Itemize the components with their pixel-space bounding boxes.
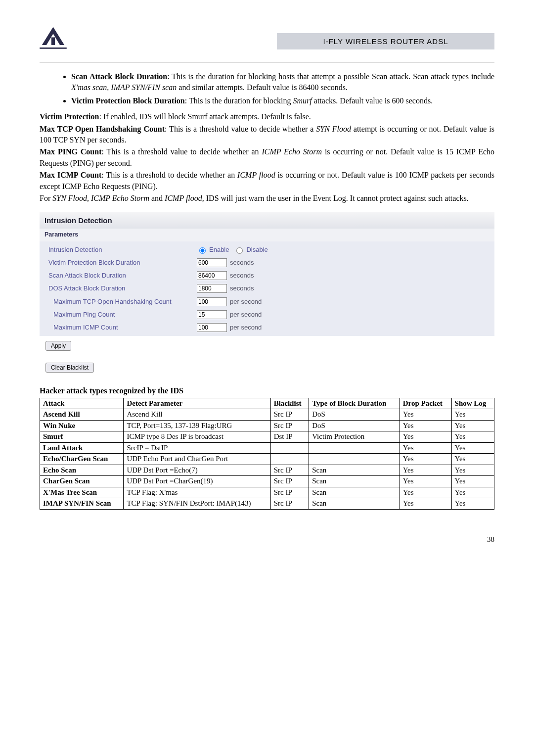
- param-row: Maximum ICMP Count per second: [40, 321, 494, 334]
- panel-title: Intrusion Detection: [40, 212, 494, 229]
- table-cell: Yes: [400, 465, 451, 476]
- para-italic: ICMP Echo Storm: [91, 194, 149, 202]
- bullet-bold: Victim Protection Block Duration: [71, 96, 185, 105]
- table-cell: Yes: [451, 465, 494, 476]
- para-text: : This is a threshold value to decide wh…: [101, 147, 262, 156]
- scan-duration-input[interactable]: [197, 271, 227, 280]
- table-cell: Dst IP: [270, 431, 309, 443]
- para-text: : This is a threshold to decide whether …: [101, 171, 237, 179]
- button-row: Clear Blacklist: [40, 361, 494, 378]
- para-italic: ICMP flood: [237, 171, 275, 179]
- param-label: Scan Attack Block Duration: [48, 271, 197, 280]
- page-header-title: I-FLY WIRELESS ROUTER ADSL: [277, 33, 494, 49]
- th-block: Type of Block Duration: [309, 398, 400, 409]
- page-number: 38: [40, 534, 494, 545]
- table-row: Echo/CharGen ScanUDP Echo Port and CharG…: [40, 454, 494, 465]
- table-cell: TCP Flag: SYN/FIN DstPort: IMAP(143): [124, 498, 270, 510]
- table-cell: Yes: [400, 498, 451, 510]
- th-attack: Attack: [40, 398, 124, 409]
- unit-label: per second: [230, 297, 262, 306]
- tcp-count-input[interactable]: [197, 297, 227, 306]
- param-label: DOS Attack Block Duration: [48, 284, 197, 293]
- table-cell: Src IP: [270, 476, 309, 487]
- para-text: ,: [87, 194, 91, 202]
- table-cell: UDP Dst Port =Echo(7): [124, 465, 270, 476]
- icmp-count-input[interactable]: [197, 323, 227, 332]
- para-italic: SYN Flood: [316, 125, 351, 133]
- table-row: SmurfICMP type 8 Des IP is broadcastDst …: [40, 431, 494, 443]
- table-cell: Src IP: [270, 498, 309, 510]
- dos-duration-input[interactable]: [197, 284, 227, 293]
- table-cell: Yes: [400, 476, 451, 487]
- paragraph: Max TCP Open Handshaking Count: This is …: [40, 124, 494, 146]
- table-cell: Yes: [400, 487, 451, 498]
- config-panel: Intrusion Detection Parameters Intrusion…: [40, 212, 494, 378]
- table-cell: Yes: [451, 409, 494, 421]
- para-text: : This is a threshold value to decide wh…: [165, 125, 316, 133]
- table-cell: Yes: [451, 431, 494, 443]
- table-cell: Src IP: [270, 465, 309, 476]
- table-cell: Smurf: [40, 431, 124, 443]
- param-label: Maximum TCP Open Handshaking Count: [53, 297, 197, 306]
- table-cell: UDP Echo Port and CharGen Port: [124, 454, 270, 465]
- table-row: IMAP SYN/FIN ScanTCP Flag: SYN/FIN DstPo…: [40, 498, 494, 510]
- paragraph: Max ICMP Count: This is a threshold to d…: [40, 170, 494, 192]
- para-bold: Victim Protection: [40, 112, 99, 121]
- table-cell: Yes: [451, 487, 494, 498]
- para-italic: ICMP flood: [165, 194, 202, 202]
- para-text: For: [40, 194, 52, 202]
- table-cell: Victim Protection: [309, 431, 400, 443]
- table-row: Win NukeTCP, Port=135, 137-139 Flag:URGS…: [40, 420, 494, 431]
- enable-radio[interactable]: [199, 247, 206, 254]
- table-cell: [270, 454, 309, 465]
- param-row: Scan Attack Block Duration seconds: [40, 269, 494, 282]
- table-cell: Src IP: [270, 420, 309, 431]
- unit-label: per second: [230, 310, 262, 319]
- table-cell: Src IP: [270, 409, 309, 421]
- radio-label: Enable: [209, 245, 229, 254]
- svg-rect-0: [51, 37, 55, 45]
- param-row: Maximum Ping Count per second: [40, 308, 494, 321]
- panel-body: Intrusion Detection Enable Disable Victi…: [40, 241, 494, 336]
- disable-radio[interactable]: [236, 247, 243, 254]
- param-row: DOS Attack Block Duration seconds: [40, 282, 494, 295]
- table-cell: [309, 454, 400, 465]
- bullet-italic: Smurf: [293, 96, 312, 105]
- ping-count-input[interactable]: [197, 310, 227, 319]
- table-cell: Scan: [309, 498, 400, 510]
- table-cell: Src IP: [270, 487, 309, 498]
- victim-duration-input[interactable]: [197, 258, 227, 267]
- param-row-intrusion: Intrusion Detection Enable Disable: [40, 243, 494, 256]
- table-cell: [270, 442, 309, 454]
- para-bold: Max TCP Open Handshaking Count: [40, 125, 165, 133]
- para-text: and: [149, 194, 165, 202]
- unit-label: seconds: [230, 271, 254, 280]
- para-text: , IDS will just warn the user in the Eve…: [202, 194, 469, 202]
- table-cell: IMAP SYN/FIN Scan: [40, 498, 124, 510]
- table-cell: Win Nuke: [40, 420, 124, 431]
- param-label: Maximum Ping Count: [53, 310, 197, 319]
- para-bold: Max PING Count: [40, 147, 101, 156]
- table-cell: Yes: [451, 454, 494, 465]
- bullet-list: Scan Attack Block Duration: This is the …: [40, 71, 494, 106]
- table-cell: Ascend Kill: [124, 409, 270, 421]
- table-cell: TCP Flag: X'mas: [124, 487, 270, 498]
- apply-button[interactable]: Apply: [45, 341, 71, 351]
- table-cell: Yes: [451, 442, 494, 454]
- table-cell: Yes: [400, 442, 451, 454]
- table-cell: Ascend Kill: [40, 409, 124, 421]
- unit-label: per second: [230, 323, 262, 332]
- table-cell: Echo/CharGen Scan: [40, 454, 124, 465]
- bullet-bold: Scan Attack Block Duration: [71, 72, 167, 81]
- clear-blacklist-button[interactable]: Clear Blacklist: [45, 363, 94, 373]
- bullet-text: and similar attempts. Default value is 8…: [177, 83, 348, 92]
- table-cell: Echo Scan: [40, 465, 124, 476]
- table-cell: Scan: [309, 465, 400, 476]
- param-label: Maximum ICMP Count: [53, 323, 197, 332]
- paragraph: Victim Protection: If enabled, IDS will …: [40, 111, 494, 122]
- table-cell: Yes: [400, 454, 451, 465]
- table-row: X'Mas Tree ScanTCP Flag: X'masSrc IPScan…: [40, 487, 494, 498]
- bullet-item: Scan Attack Block Duration: This is the …: [71, 71, 494, 94]
- table-cell: SrcIP = DstIP: [124, 442, 270, 454]
- th-detect: Detect Parameter: [124, 398, 270, 409]
